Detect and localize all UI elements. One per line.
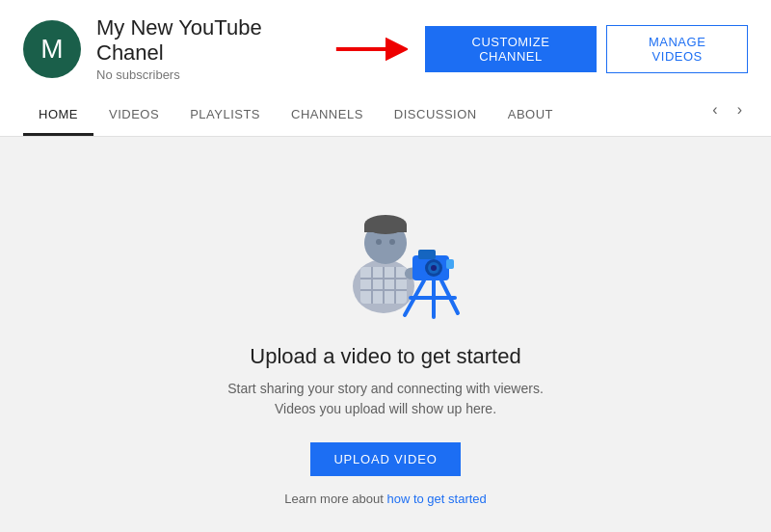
channel-info-row: M My New YouTube Chanel No subscribers (23, 15, 748, 82)
tab-videos[interactable]: VIDEOS (93, 95, 174, 136)
svg-point-13 (389, 239, 395, 245)
tab-home[interactable]: HOME (23, 95, 93, 136)
subscribers-count: No subscribers (96, 67, 331, 82)
tab-channels[interactable]: CHANNELS (276, 95, 379, 136)
channel-actions: CUSTOMIZE CHANNEL MANAGE VIDEOS (331, 25, 748, 73)
channel-text: My New YouTube Chanel No subscribers (96, 15, 331, 82)
get-started-link[interactable]: how to get started (386, 492, 486, 506)
filmmaker-illustration (308, 190, 463, 325)
svg-point-12 (376, 239, 382, 245)
channel-name: My New YouTube Chanel (96, 15, 331, 66)
avatar: M (23, 20, 81, 78)
channel-left: M My New YouTube Chanel No subscribers (23, 15, 331, 82)
upload-subtitle: Start sharing your story and connecting … (222, 379, 549, 419)
learn-more-text: Learn more about how to get started (284, 492, 487, 506)
upload-title: Upload a video to get started (250, 344, 520, 369)
tab-playlists[interactable]: PLAYLISTS (174, 95, 276, 136)
tab-about[interactable]: ABOUT (492, 95, 569, 136)
nav-tabs: HOME VIDEOS PLAYLISTS CHANNELS DISCUSSIO… (23, 95, 748, 136)
svg-rect-24 (409, 296, 457, 300)
tab-discussion[interactable]: DISCUSSION (379, 95, 492, 136)
arrow-indicator (331, 35, 408, 64)
channel-header: M My New YouTube Chanel No subscribers (0, 0, 771, 137)
svg-rect-20 (446, 259, 454, 269)
main-content: Upload a video to get started Start shar… (0, 137, 771, 532)
nav-scroll-arrows: ‹ › (706, 97, 748, 134)
customize-channel-button[interactable]: CUSTOMIZE CHANNEL (425, 26, 598, 72)
nav-prev-icon[interactable]: ‹ (706, 97, 723, 122)
upload-video-button[interactable]: UPLOAD VIDEO (310, 442, 460, 476)
manage-videos-button[interactable]: MANAGE VIDEOS (606, 25, 748, 73)
red-arrow-icon (331, 35, 408, 64)
svg-point-19 (431, 265, 437, 271)
svg-rect-16 (418, 250, 436, 259)
svg-rect-11 (364, 225, 407, 232)
nav-next-icon[interactable]: › (731, 97, 748, 122)
